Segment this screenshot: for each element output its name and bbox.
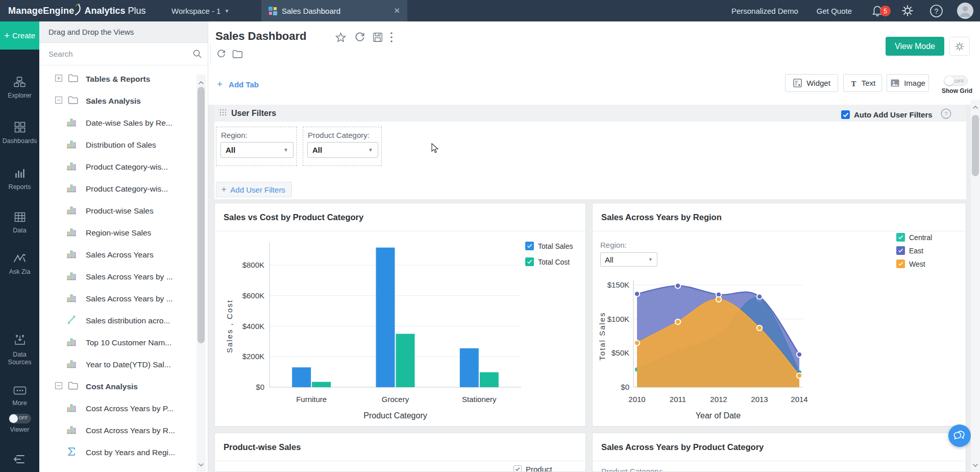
tab-sales-dashboard[interactable]: Sales Dashboard ✕ xyxy=(261,0,407,21)
bar-total-cost-stationery[interactable] xyxy=(480,372,499,387)
bar-total-cost-furniture[interactable] xyxy=(312,382,331,387)
legend-checkbox[interactable] xyxy=(896,246,905,255)
tree-view-item[interactable]: Cost by Years and Regi... xyxy=(39,441,195,463)
tree-scrollbar-thumb[interactable] xyxy=(198,87,205,343)
add-widget-button[interactable]: Widget xyxy=(785,74,838,92)
main-scrollbar-thumb[interactable] xyxy=(972,115,979,176)
scroll-down-icon[interactable] xyxy=(972,460,978,469)
workspace-selector[interactable]: Workspace - 1 ▼ xyxy=(172,7,229,15)
tree-view-item[interactable]: Sales Across Years xyxy=(39,244,195,266)
user-filter-box[interactable]: Product Category:All▼ xyxy=(303,127,382,166)
collapse-node-icon[interactable] xyxy=(55,382,62,391)
data-point-east[interactable] xyxy=(675,283,680,288)
refresh-views-icon[interactable] xyxy=(216,49,226,61)
sidebar-item-dashboards[interactable]: Dashboards xyxy=(0,122,39,145)
notifications-bell-icon[interactable]: 5 xyxy=(871,4,884,17)
tree-scrollbar[interactable] xyxy=(197,75,206,472)
data-point-east[interactable] xyxy=(634,291,640,296)
bar-total-sales-stationery[interactable] xyxy=(460,348,479,387)
drag-handle-icon[interactable] xyxy=(219,109,227,118)
sidebar-item-data-sources[interactable]: Data Sources xyxy=(0,334,39,367)
tree-view-item[interactable]: Sales distribution acro... xyxy=(39,310,195,332)
add-image-button[interactable]: Image xyxy=(887,74,929,92)
data-point-east[interactable] xyxy=(797,352,802,357)
tree-view-item[interactable]: Product-wise Sales xyxy=(39,200,195,222)
legend-checkbox[interactable] xyxy=(525,242,534,250)
legend-checkbox[interactable] xyxy=(525,257,534,266)
scroll-up-icon[interactable] xyxy=(198,78,204,87)
data-point-west[interactable] xyxy=(634,340,640,345)
brand-logo[interactable]: ManageEngineAnalyticsPlus xyxy=(0,3,145,19)
help-circle-icon[interactable]: ? xyxy=(941,108,951,121)
bar-total-sales-grocery[interactable] xyxy=(376,248,395,387)
legend-item-central[interactable]: Central xyxy=(896,233,932,242)
personalized-demo-link[interactable]: Personalized Demo xyxy=(731,7,798,15)
legend-checkbox[interactable] xyxy=(896,259,905,268)
chart-card-sales-across-years-region[interactable]: Sales Across Years by Region Region: All… xyxy=(592,203,966,427)
user-avatar[interactable] xyxy=(957,2,974,19)
filter-select[interactable]: All▼ xyxy=(220,142,293,158)
collapse-sidebar-icon[interactable] xyxy=(13,454,27,467)
tree-view-item[interactable]: Top 10 Customer Nam... xyxy=(39,332,195,353)
more-options-kebab-icon[interactable] xyxy=(390,32,393,45)
data-point-west[interactable] xyxy=(797,373,802,378)
chat-support-button[interactable] xyxy=(948,424,971,447)
refresh-dashboard-icon[interactable] xyxy=(354,32,365,45)
expand-node-icon[interactable] xyxy=(55,75,62,84)
scroll-up-icon[interactable] xyxy=(972,102,978,111)
data-point-west[interactable] xyxy=(716,297,721,302)
tree-folder[interactable]: Cost Analysis xyxy=(39,375,195,397)
tree-view-item[interactable]: Year to Date(YTD) Sal... xyxy=(39,353,195,375)
sidebar-item-more[interactable]: More xyxy=(0,386,39,407)
user-filter-box[interactable]: Region:All▼ xyxy=(216,127,297,166)
legend-checkbox[interactable] xyxy=(896,233,905,242)
filter-select[interactable]: All▼ xyxy=(307,142,378,158)
data-point-west[interactable] xyxy=(757,325,762,331)
tree-view-item[interactable]: Sales Across Years by ... xyxy=(39,288,195,310)
main-scrollbar[interactable] xyxy=(971,100,980,472)
legend-item-total-cost[interactable]: Total Cost xyxy=(525,257,573,266)
folder-view-icon[interactable] xyxy=(232,49,243,61)
add-text-button[interactable]: T Text xyxy=(843,74,882,92)
search-icon[interactable] xyxy=(192,49,202,61)
sidebar-item-ask-zia[interactable]: Ask Zia xyxy=(0,252,39,276)
tree-folder[interactable]: Tables & Reports xyxy=(39,68,195,90)
chart-card-sales-by-product-category[interactable]: Sales Across Years by Product Category P… xyxy=(592,433,966,472)
settings-gear-icon[interactable] xyxy=(901,4,914,17)
tree-view-item[interactable]: Cost Across Years by P... xyxy=(39,397,195,419)
add-user-filters-button[interactable]: + Add User Filters xyxy=(216,182,292,197)
sidebar-item-explorer[interactable]: Explorer xyxy=(0,77,39,100)
tree-folder[interactable]: Sales Analysis xyxy=(39,90,195,112)
chart-card-sales-vs-cost[interactable]: Sales vs Cost by Product Category $0$200… xyxy=(214,203,586,427)
search-input[interactable] xyxy=(39,43,180,65)
sidebar-item-reports[interactable]: Reports xyxy=(0,168,39,191)
view-mode-button[interactable]: View Mode xyxy=(886,37,944,56)
dashboard-settings-button[interactable] xyxy=(949,37,970,56)
bar-total-sales-furniture[interactable] xyxy=(292,367,311,387)
scroll-down-icon[interactable] xyxy=(198,460,204,469)
favorite-star-icon[interactable] xyxy=(335,32,347,45)
tree-view-item[interactable]: Product Category-wis... xyxy=(39,156,195,178)
data-point-west[interactable] xyxy=(675,319,680,324)
auto-add-checkbox[interactable] xyxy=(841,110,850,119)
tab-close-icon[interactable]: ✕ xyxy=(394,6,400,15)
sidebar-item-data[interactable]: Data xyxy=(0,212,39,234)
get-quote-link[interactable]: Get Quote xyxy=(817,7,852,15)
create-button[interactable]: + Create xyxy=(0,21,39,50)
tree-view-item[interactable]: Distribution of Sales xyxy=(39,134,195,156)
legend-checkbox-partial[interactable]: Product xyxy=(513,465,552,472)
legend-item-total-sales[interactable]: Total Sales xyxy=(525,242,573,250)
bar-total-cost-grocery[interactable] xyxy=(396,334,415,387)
viewer-toggle[interactable]: OFF xyxy=(9,414,31,423)
collapse-node-icon[interactable] xyxy=(55,97,62,106)
help-icon[interactable]: ? xyxy=(929,4,943,18)
tree-view-item[interactable]: Sales Across Years by ... xyxy=(39,266,195,288)
legend-item-west[interactable]: West xyxy=(896,259,932,268)
show-grid-toggle[interactable]: OFF xyxy=(944,76,968,86)
add-tab-button[interactable]: + Add Tab xyxy=(217,79,259,90)
chart-card-product-wise-sales[interactable]: Product-wise Sales Product xyxy=(214,433,586,472)
tree-view-item[interactable]: Region-wise Sales xyxy=(39,222,195,244)
region-filter-select[interactable]: All ▼ xyxy=(600,252,657,267)
tree-view-item[interactable]: Cost Across Years by R... xyxy=(39,419,195,441)
tree-view-item[interactable]: Product Category-wis... xyxy=(39,178,195,200)
